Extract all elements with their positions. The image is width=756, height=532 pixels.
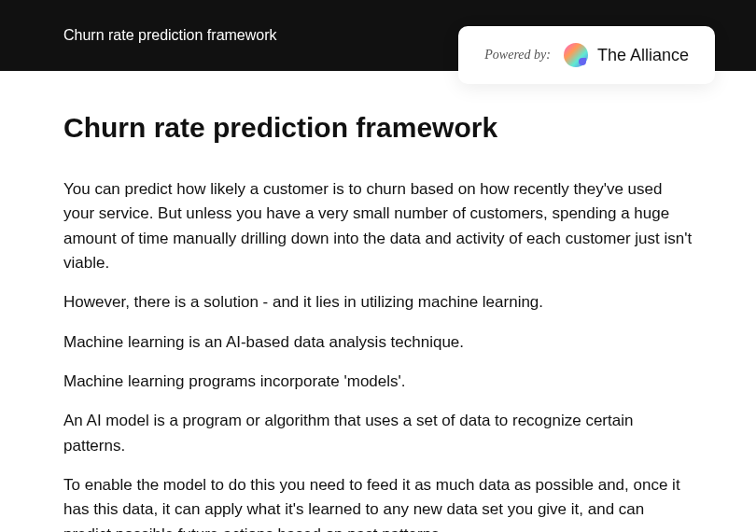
content-area: Churn rate prediction framework You can … bbox=[0, 71, 756, 532]
paragraph: You can predict how likely a customer is… bbox=[63, 177, 693, 275]
powered-by-label: Powered by: bbox=[484, 48, 551, 63]
powered-by-card: Powered by: The Alliance bbox=[458, 26, 715, 84]
brand-group: The Alliance bbox=[564, 43, 689, 67]
alliance-logo-icon bbox=[564, 43, 588, 67]
paragraph: Machine learning is an AI-based data ana… bbox=[63, 330, 693, 355]
paragraph: To enable the model to do this you need … bbox=[63, 473, 693, 532]
header-title: Churn rate prediction framework bbox=[63, 27, 277, 44]
brand-name: The Alliance bbox=[597, 46, 689, 65]
page-title: Churn rate prediction framework bbox=[63, 112, 693, 144]
paragraph: An AI model is a program or algorithm th… bbox=[63, 409, 693, 458]
body-text: You can predict how likely a customer is… bbox=[63, 177, 693, 532]
paragraph: However, there is a solution - and it li… bbox=[63, 290, 693, 315]
paragraph: Machine learning programs incorporate 'm… bbox=[63, 370, 693, 394]
